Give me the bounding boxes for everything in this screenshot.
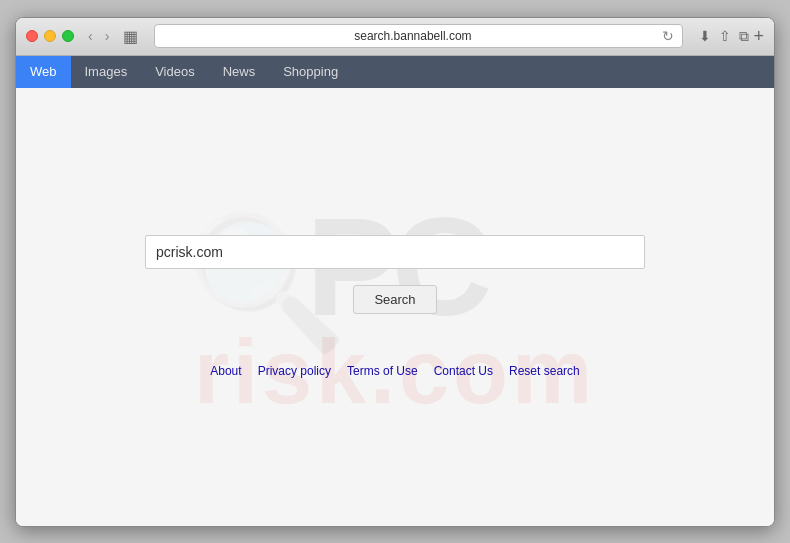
footer-link-terms-of-use[interactable]: Terms of Use	[347, 364, 418, 378]
reload-button[interactable]: ↻	[662, 28, 674, 44]
share-button[interactable]: ⇧	[719, 28, 731, 45]
title-bar: ‹ › ▦ ↻ ⬇ ⇧ ⧉ +	[16, 18, 774, 56]
toolbar-icons: ⬇ ⇧ ⧉	[699, 28, 749, 45]
footer-link-privacy-policy[interactable]: Privacy policy	[258, 364, 331, 378]
footer-link-about[interactable]: About	[210, 364, 241, 378]
search-container: Search	[16, 235, 774, 314]
search-button[interactable]: Search	[353, 285, 436, 314]
nav-buttons: ‹ ›	[84, 27, 113, 45]
back-button[interactable]: ‹	[84, 27, 97, 45]
address-bar[interactable]: ↻	[154, 24, 683, 48]
tab-web[interactable]: Web	[16, 56, 71, 88]
nav-bar: Web Images Videos News Shopping	[16, 56, 774, 88]
maximize-button[interactable]	[62, 30, 74, 42]
download-button[interactable]: ⬇	[699, 28, 711, 45]
new-tab-button[interactable]: +	[753, 26, 764, 47]
footer-links: About Privacy policy Terms of Use Contac…	[210, 364, 579, 378]
tab-images[interactable]: Images	[71, 56, 142, 88]
search-input[interactable]	[145, 235, 645, 269]
footer-link-contact-us[interactable]: Contact Us	[434, 364, 493, 378]
url-input[interactable]	[163, 29, 662, 43]
forward-button[interactable]: ›	[101, 27, 114, 45]
browser-window: ‹ › ▦ ↻ ⬇ ⇧ ⧉ + Web Images Videos News S…	[15, 17, 775, 527]
tab-news[interactable]: News	[209, 56, 270, 88]
close-button[interactable]	[26, 30, 38, 42]
sidebar-button[interactable]: ▦	[123, 27, 138, 46]
minimize-button[interactable]	[44, 30, 56, 42]
footer-link-reset-search[interactable]: Reset search	[509, 364, 580, 378]
tab-shopping[interactable]: Shopping	[269, 56, 352, 88]
tab-videos[interactable]: Videos	[141, 56, 209, 88]
tabs-button[interactable]: ⧉	[739, 28, 749, 45]
main-content: 🔍 PC risk.com Search About Privacy polic…	[16, 88, 774, 526]
traffic-lights	[26, 30, 74, 42]
